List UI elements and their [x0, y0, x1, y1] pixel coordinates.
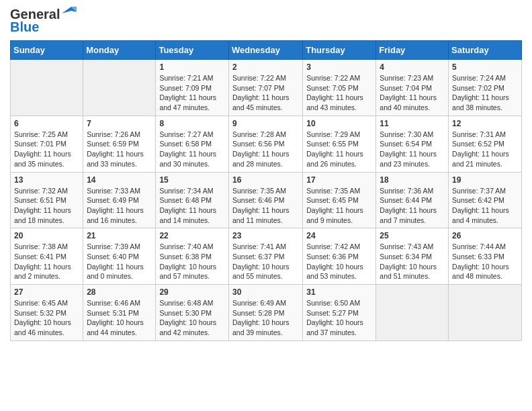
calendar-week-row: 27Sunrise: 6:45 AMSunset: 5:32 PMDayligh…: [11, 285, 522, 341]
day-number: 20: [14, 231, 79, 240]
calendar-cell: [449, 285, 522, 341]
day-info: Sunrise: 7:44 AMSunset: 6:33 PMDaylight:…: [452, 242, 518, 281]
day-number: 27: [14, 287, 79, 297]
header-day: Thursday: [303, 41, 376, 60]
day-info: Sunrise: 7:32 AMSunset: 6:51 PMDaylight:…: [14, 186, 79, 226]
day-info: Sunrise: 7:41 AMSunset: 6:37 PMDaylight:…: [232, 242, 299, 281]
header-day: Tuesday: [156, 41, 229, 60]
day-number: 29: [159, 287, 225, 297]
day-info: Sunrise: 7:27 AMSunset: 6:58 PMDaylight:…: [159, 130, 225, 169]
calendar-cell: 30Sunrise: 6:49 AMSunset: 5:28 PMDayligh…: [228, 285, 302, 341]
calendar-cell: 11Sunrise: 7:30 AMSunset: 6:54 PMDayligh…: [376, 116, 449, 172]
day-number: 12: [452, 119, 518, 128]
logo-text: General Blue: [10, 7, 77, 35]
day-number: 7: [87, 119, 152, 128]
day-info: Sunrise: 7:30 AMSunset: 6:54 PMDaylight:…: [380, 130, 445, 169]
calendar-cell: 12Sunrise: 7:31 AMSunset: 6:52 PMDayligh…: [449, 116, 522, 172]
day-number: 11: [380, 119, 445, 128]
calendar-cell: 10Sunrise: 7:29 AMSunset: 6:55 PMDayligh…: [303, 116, 376, 172]
calendar-week-row: 13Sunrise: 7:32 AMSunset: 6:51 PMDayligh…: [11, 172, 522, 228]
calendar-cell: 24Sunrise: 7:42 AMSunset: 6:36 PMDayligh…: [303, 228, 376, 285]
logo-blue: Blue: [10, 19, 39, 35]
day-number: 21: [87, 231, 152, 240]
day-number: 9: [232, 119, 299, 128]
day-info: Sunrise: 7:22 AMSunset: 7:07 PMDaylight:…: [232, 73, 299, 113]
day-info: Sunrise: 6:46 AMSunset: 5:31 PMDaylight:…: [87, 298, 152, 338]
day-info: Sunrise: 7:43 AMSunset: 6:34 PMDaylight:…: [380, 242, 445, 281]
day-number: 31: [306, 287, 372, 297]
header-day: Wednesday: [228, 41, 302, 60]
calendar-cell: [83, 60, 156, 116]
day-info: Sunrise: 7:26 AMSunset: 6:59 PMDaylight:…: [87, 130, 152, 169]
calendar-cell: 9Sunrise: 7:28 AMSunset: 6:56 PMDaylight…: [228, 116, 302, 172]
calendar-cell: 4Sunrise: 7:23 AMSunset: 7:04 PMDaylight…: [376, 60, 449, 116]
header-day: Friday: [376, 41, 449, 60]
day-number: 8: [159, 119, 225, 128]
day-info: Sunrise: 7:35 AMSunset: 6:46 PMDaylight:…: [232, 186, 299, 226]
day-info: Sunrise: 7:22 AMSunset: 7:05 PMDaylight:…: [306, 73, 372, 113]
calendar-cell: 23Sunrise: 7:41 AMSunset: 6:37 PMDayligh…: [228, 228, 302, 285]
day-number: 19: [452, 175, 518, 185]
calendar-cell: 1Sunrise: 7:21 AMSunset: 7:09 PMDaylight…: [156, 60, 229, 116]
header-day: Sunday: [11, 41, 83, 60]
day-number: 1: [159, 62, 225, 72]
day-number: 5: [452, 62, 518, 72]
calendar-week-row: 6Sunrise: 7:25 AMSunset: 7:01 PMDaylight…: [11, 116, 522, 172]
day-info: Sunrise: 7:39 AMSunset: 6:40 PMDaylight:…: [87, 242, 152, 281]
day-info: Sunrise: 7:21 AMSunset: 7:09 PMDaylight:…: [159, 73, 225, 113]
day-info: Sunrise: 7:36 AMSunset: 6:44 PMDaylight:…: [380, 186, 445, 226]
day-number: 2: [232, 62, 299, 72]
calendar-cell: 17Sunrise: 7:35 AMSunset: 6:45 PMDayligh…: [303, 172, 376, 228]
day-info: Sunrise: 7:42 AMSunset: 6:36 PMDaylight:…: [306, 242, 372, 281]
calendar-cell: 21Sunrise: 7:39 AMSunset: 6:40 PMDayligh…: [83, 228, 156, 285]
calendar-cell: 25Sunrise: 7:43 AMSunset: 6:34 PMDayligh…: [376, 228, 449, 285]
day-number: 23: [232, 231, 299, 240]
day-info: Sunrise: 6:50 AMSunset: 5:27 PMDaylight:…: [306, 298, 372, 338]
day-number: 4: [380, 62, 445, 72]
calendar-cell: 7Sunrise: 7:26 AMSunset: 6:59 PMDaylight…: [83, 116, 156, 172]
calendar-cell: 14Sunrise: 7:33 AMSunset: 6:49 PMDayligh…: [83, 172, 156, 228]
calendar-header: SundayMondayTuesdayWednesdayThursdayFrid…: [11, 41, 522, 60]
day-number: 30: [232, 287, 299, 297]
calendar-week-row: 1Sunrise: 7:21 AMSunset: 7:09 PMDaylight…: [11, 60, 522, 116]
day-number: 3: [306, 62, 372, 72]
day-info: Sunrise: 7:35 AMSunset: 6:45 PMDaylight:…: [306, 186, 372, 226]
calendar-cell: 3Sunrise: 7:22 AMSunset: 7:05 PMDaylight…: [303, 60, 376, 116]
calendar-body: 1Sunrise: 7:21 AMSunset: 7:09 PMDaylight…: [11, 60, 522, 341]
day-info: Sunrise: 7:38 AMSunset: 6:41 PMDaylight:…: [14, 242, 79, 281]
logo: General Blue: [10, 7, 77, 35]
calendar-table: SundayMondayTuesdayWednesdayThursdayFrid…: [10, 40, 522, 341]
calendar-cell: 5Sunrise: 7:24 AMSunset: 7:02 PMDaylight…: [449, 60, 522, 116]
day-number: 24: [306, 231, 372, 240]
calendar-cell: 15Sunrise: 7:34 AMSunset: 6:48 PMDayligh…: [156, 172, 229, 228]
calendar-cell: 28Sunrise: 6:46 AMSunset: 5:31 PMDayligh…: [83, 285, 156, 341]
calendar-cell: [376, 285, 449, 341]
calendar-cell: 13Sunrise: 7:32 AMSunset: 6:51 PMDayligh…: [11, 172, 83, 228]
header-day: Monday: [83, 41, 156, 60]
day-info: Sunrise: 7:23 AMSunset: 7:04 PMDaylight:…: [380, 73, 445, 113]
logo-bird-icon: [62, 7, 77, 20]
calendar-cell: 26Sunrise: 7:44 AMSunset: 6:33 PMDayligh…: [449, 228, 522, 285]
day-number: 26: [452, 231, 518, 240]
day-number: 16: [232, 175, 299, 185]
day-info: Sunrise: 7:40 AMSunset: 6:38 PMDaylight:…: [159, 242, 225, 281]
calendar-cell: 6Sunrise: 7:25 AMSunset: 7:01 PMDaylight…: [11, 116, 83, 172]
day-number: 10: [306, 119, 372, 128]
day-info: Sunrise: 7:37 AMSunset: 6:42 PMDaylight:…: [452, 186, 518, 226]
day-number: 17: [306, 175, 372, 185]
calendar-cell: 2Sunrise: 7:22 AMSunset: 7:07 PMDaylight…: [228, 60, 302, 116]
day-number: 28: [87, 287, 152, 297]
day-info: Sunrise: 7:25 AMSunset: 7:01 PMDaylight:…: [14, 130, 79, 169]
day-info: Sunrise: 7:28 AMSunset: 6:56 PMDaylight:…: [232, 130, 299, 169]
calendar-cell: [11, 60, 83, 116]
day-info: Sunrise: 6:49 AMSunset: 5:28 PMDaylight:…: [232, 298, 299, 338]
calendar-cell: 16Sunrise: 7:35 AMSunset: 6:46 PMDayligh…: [228, 172, 302, 228]
day-info: Sunrise: 7:24 AMSunset: 7:02 PMDaylight:…: [452, 73, 518, 113]
header-row: SundayMondayTuesdayWednesdayThursdayFrid…: [11, 41, 522, 60]
day-info: Sunrise: 6:45 AMSunset: 5:32 PMDaylight:…: [14, 298, 79, 338]
day-info: Sunrise: 7:34 AMSunset: 6:48 PMDaylight:…: [159, 186, 225, 226]
day-info: Sunrise: 7:31 AMSunset: 6:52 PMDaylight:…: [452, 130, 518, 169]
calendar-week-row: 20Sunrise: 7:38 AMSunset: 6:41 PMDayligh…: [11, 228, 522, 285]
calendar-cell: 22Sunrise: 7:40 AMSunset: 6:38 PMDayligh…: [156, 228, 229, 285]
calendar-cell: 8Sunrise: 7:27 AMSunset: 6:58 PMDaylight…: [156, 116, 229, 172]
